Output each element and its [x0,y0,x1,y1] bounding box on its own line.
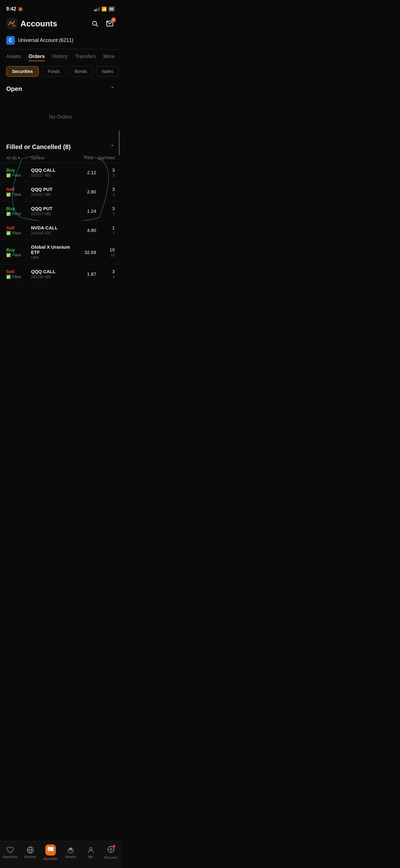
filled-chevron-icon[interactable]: ⌃ [110,144,115,151]
header-actions: 5 [90,19,115,29]
col-header-qty: Qty/Filled [93,156,115,160]
order-qty: 3 [96,206,115,211]
order-qty-filled: 3 [96,173,115,178]
account-name: Universal Account (6211) [18,37,73,43]
status-right: 📶 80 [94,6,115,11]
order-row[interactable]: Sell ✅ Filled QQQ PUT 241017 495 2.80 3 … [0,182,121,202]
order-symbol: QQQ PUT [31,187,74,192]
order-status: ✅ Filled [6,231,28,235]
filled-section-header: Filled or Cancelled (8) ⌃ [0,138,121,154]
order-price-col: 2.80 [74,189,96,194]
order-symbol: NVDA CALL [31,225,74,230]
order-row[interactable]: Buy ✅ Filled QQQ CALL 241017 493 2.12 3 … [0,163,121,182]
tab-orders[interactable]: Orders [29,54,45,61]
open-section-header: Open ⌃ [0,81,121,96]
battery-indicator: 80 [108,6,115,11]
order-price: 4.80 [74,227,96,233]
order-qty: 3 [96,269,115,274]
filled-section: Filled or Cancelled (8) ⌃ All (8) ▾ Symb… [0,138,121,284]
pill-notes[interactable]: Notes [96,66,120,77]
scroll-indicator [119,130,120,155]
account-selector[interactable]: C Universal Account (6211) [0,33,121,49]
order-sub: URA [31,255,74,260]
order-sub: 241018 135 [31,231,74,235]
page-header: Accounts 5 [0,16,121,33]
order-qty-filled: 3 [96,212,115,216]
order-row[interactable]: Buy ✅ Filled QQQ PUT 241017 495 1.24 3 3 [0,202,121,221]
pill-funds[interactable]: Funds [42,66,66,77]
order-price-col: 4.80 [74,227,96,233]
account-icon: C [6,36,15,45]
order-side-label: Buy [6,247,28,252]
order-price-col: 32.68 [74,250,96,255]
order-side-label: Buy [6,206,28,211]
order-symbol: QQQ PUT [31,206,74,211]
order-qty-col: 10 10 [96,247,115,257]
pill-bonds[interactable]: Bonds [69,66,93,77]
no-orders-text: No Orders [49,114,72,120]
order-price: 1.87 [74,271,96,277]
order-qty-col: 3 3 [96,269,115,279]
filled-section-title: Filled or Cancelled (8) [6,144,71,151]
tab-transfers[interactable]: Transfers [75,54,96,61]
tab-assets[interactable]: Assets [6,54,21,61]
order-side-label: Sell [6,187,28,192]
order-status: ✅ Filled [6,173,28,178]
column-headers: All (8) ▾ Symbol Price Qty/Filled [0,154,121,163]
order-row[interactable]: Sell ✅ Filled NVDA CALL 241018 135 4.80 … [0,221,121,240]
order-symbol: Global X Uranium ETF [31,244,74,255]
tab-history[interactable]: History [52,54,68,61]
header-left: Accounts [6,18,57,29]
order-sub: 241017 495 [31,192,74,197]
order-price: 32.68 [74,250,96,255]
time-display: 9:42 [6,6,16,12]
order-qty: 3 [96,187,115,192]
brand-logo [6,18,18,29]
order-qty-col: 3 3 [96,206,115,216]
order-qty-filled: 3 [96,192,115,197]
order-row[interactable]: Buy ✅ Filled Global X Uranium ETF URA 32… [0,240,121,265]
order-row[interactable]: Sell ✅ Filled QQQ CALL 241016 489 1.87 3… [0,265,121,284]
col-header-symbol: Symbol [28,156,71,160]
order-qty-filled: 3 [96,275,115,279]
order-qty-filled: 10 [96,253,115,257]
order-price: 2.80 [74,189,96,194]
order-side-col: Sell ✅ Filled [6,269,28,279]
order-qty-col: 3 3 [96,167,115,178]
page-title: Accounts [21,19,57,29]
open-chevron-icon[interactable]: ⌃ [110,86,115,93]
tab-more[interactable]: More [103,54,114,61]
open-section-title: Open [6,85,22,93]
check-circle-icon: ✅ [6,212,11,216]
check-circle-icon: ✅ [6,192,11,197]
svg-line-2 [96,25,98,26]
order-qty: 1 [96,225,115,230]
order-symbol-col: NVDA CALL 241018 135 [28,225,74,235]
search-button[interactable] [90,19,100,29]
order-price: 1.24 [74,208,96,214]
order-side-col: Buy ✅ Filled [6,247,28,257]
messages-button[interactable]: 5 [105,19,115,29]
order-side-col: Buy ✅ Filled [6,206,28,216]
status-time: 9:42 🔕 [6,6,23,12]
order-status: ✅ Filled [6,212,28,216]
order-symbol-col: QQQ CALL 241016 489 [28,269,74,279]
filter-pills: Securities Funds Bonds Notes [0,64,121,81]
order-qty-filled: 1 [96,231,115,235]
order-symbol: QQQ CALL [31,167,74,173]
no-orders-state: No Orders [0,96,121,138]
message-badge: 5 [111,18,116,22]
status-bar: 9:42 🔕 📶 80 [0,0,121,16]
order-price-col: 1.24 [74,208,96,214]
col-header-price: Price [71,156,93,160]
order-symbol-col: Global X Uranium ETF URA [28,244,74,260]
order-symbol: QQQ CALL [31,269,74,274]
pill-securities[interactable]: Securities [6,66,39,77]
check-circle-icon: ✅ [6,231,11,235]
order-price-col: 1.87 [74,271,96,277]
order-symbol-col: QQQ PUT 241017 495 [28,206,74,216]
filter-dropdown[interactable]: All (8) ▾ [6,156,28,160]
order-sub: 241017 495 [31,212,74,216]
order-side-label: Sell [6,225,28,230]
order-qty: 3 [96,167,115,173]
